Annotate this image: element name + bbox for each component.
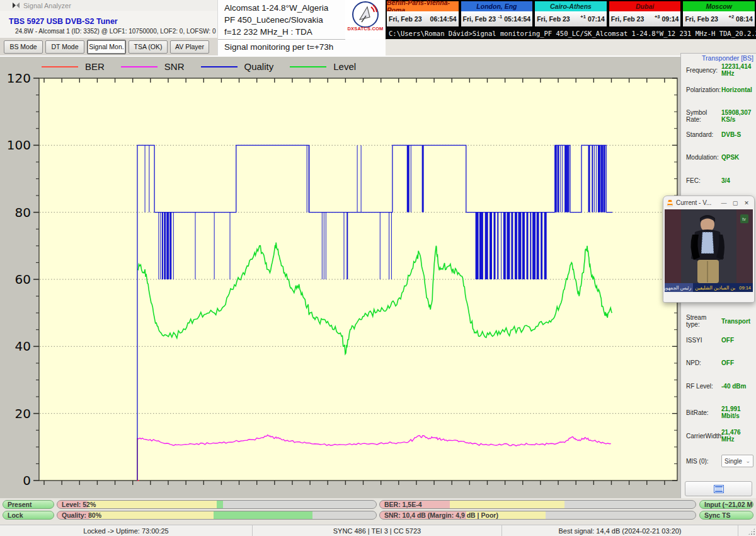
vlc-cone-icon	[667, 199, 673, 207]
vlc-titlebar[interactable]: Current - V... — ▢ ✕	[663, 196, 754, 209]
clock-city-label: London, Eng	[461, 1, 533, 11]
uptime-status: Locked -> Uptime: 73:00:25	[0, 525, 252, 536]
clock-utc-offset: +1	[580, 14, 586, 20]
signal-chart-panel: 020406080100120 BER SNR Quality Level	[0, 55, 680, 498]
field-value: 21,476 MHz	[721, 429, 755, 443]
field-label: NPD:	[686, 359, 721, 366]
minimize-icon[interactable]: —	[719, 200, 728, 206]
chevron-down-icon: ⌄	[745, 458, 750, 464]
tab-dt-mode[interactable]: DT Mode	[45, 40, 84, 54]
mis-row: MIS (0): Single⌄	[686, 455, 753, 467]
field-value: 21,991 Mbit/s	[721, 405, 755, 419]
ber-bar: BER: 1,5E-4	[379, 500, 696, 509]
clock-time: 07:14	[588, 15, 605, 23]
field-label: FEC:	[686, 177, 721, 184]
clock-dubai: Dubai Fri, Feb 23+309:14	[609, 1, 682, 27]
field-value: Transport	[721, 318, 750, 325]
ticker-white-text: رئيس الجمهورية السيد عبد المجيد تبون	[665, 283, 693, 292]
field-label: Frequency:	[686, 67, 721, 74]
transponder-field-row: Stream type:Transport	[686, 314, 755, 328]
field-label: ISSYI	[686, 337, 721, 344]
close-icon[interactable]: ✕	[742, 200, 751, 206]
quality-line-swatch	[201, 66, 238, 67]
resize-grip[interactable]	[738, 525, 756, 536]
mis-select[interactable]: Single⌄	[721, 455, 753, 467]
svg-text:20: 20	[15, 406, 31, 421]
field-value: -40 dBm	[721, 383, 746, 390]
header-spacer	[345, 39, 386, 55]
clock-time: 08:14	[736, 15, 753, 23]
quality-bar: Quality: 80%	[57, 511, 377, 520]
present-indicator: Present	[3, 500, 54, 509]
svg-text:0: 0	[23, 473, 31, 488]
transponder-field-row: ISSYIOFF	[686, 337, 755, 344]
clock-date: Fri, Feb 23	[389, 15, 428, 23]
status-bar: Locked -> Uptime: 73:00:25 SYNC 486 | TE…	[0, 525, 756, 536]
tuner-details: 24.8W - Alcomsat 1 (ID: 3352) @ LOF1: 10…	[15, 28, 215, 35]
svg-text:100: 100	[7, 137, 31, 153]
clock-time: 05:14:54	[504, 15, 530, 23]
video-news-ticker: 09:14 بن المبادين الشليفين رئيس الجمهوري…	[665, 283, 753, 292]
app-icon	[13, 2, 20, 9]
tab-bs-mode[interactable]: BS Mode	[4, 40, 43, 54]
transponder-field-row: Modulation:QPSK	[686, 154, 755, 161]
ticker-yellow-text: بن المبادين الشليفين	[693, 285, 737, 291]
clock-moscow: Moscow Fri, Feb 23+208:14	[682, 1, 755, 27]
field-label: Polarization:	[686, 86, 721, 93]
sidebar-tool-button[interactable]	[685, 481, 752, 496]
tab-bar: BS Mode DT Mode Signal Mon. TSA (OK) AV …	[0, 38, 217, 55]
logo-text: DXSATCS.COM	[345, 26, 386, 32]
clock-cairo: Cairo-Athens Fri, Feb 23+107:14	[534, 1, 607, 27]
transponder-field-row: Frequency:12231,414 MHz	[686, 63, 755, 77]
clock-berlin: Berlin-Paris-Vienna-Roma Fri, Feb 2306:1…	[386, 1, 459, 27]
site-name: PF 450_Lučenec/Slovakia	[218, 14, 345, 26]
field-label: Standard:	[686, 131, 721, 138]
video-still: tv	[665, 209, 753, 292]
vlc-video-frame[interactable]: tv 09:14 بن المبادين الشليفين رئيس الجمه…	[665, 209, 753, 292]
transponder-field-row: BitRate:21,991 Mbit/s	[686, 405, 755, 419]
transponder-field-row: FEC:3/4	[686, 177, 755, 184]
field-value: 15908,307 KS/s	[721, 109, 755, 123]
frequency-line: f=12 232 MHz_H : TDA	[218, 26, 345, 38]
field-label: Modulation:	[686, 154, 721, 161]
signal-indicator-bars: Present Level: 52% BER: 1,5E-4 Input (~2…	[0, 498, 756, 525]
ticker-time: 09:14	[737, 285, 753, 291]
clock-utc-offset: +3	[655, 14, 660, 20]
svg-text:80: 80	[15, 205, 31, 220]
maximize-icon[interactable]: ▢	[731, 200, 740, 206]
level-line-swatch	[290, 66, 326, 67]
legend-item-quality: Quality	[201, 61, 274, 72]
field-label: CarrierWidth:	[686, 433, 721, 440]
field-value: 3/4	[721, 177, 730, 184]
sync-ts-indicator: Sync TS	[699, 511, 753, 520]
world-clocks: Berlin-Paris-Vienna-Roma Fri, Feb 2306:1…	[386, 0, 756, 28]
console-path-line: C:\Users\Roman Dávid>Signal monitoring_P…	[386, 28, 756, 39]
clock-date: Fri, Feb 23	[611, 15, 655, 23]
clock-london: London, Eng Fri, Feb 23-105:14:54	[461, 1, 534, 27]
svg-text:tv: tv	[742, 217, 746, 221]
transponder-field-row: CarrierWidth:21,476 MHz	[686, 429, 755, 443]
clock-city-label: Dubai	[609, 1, 681, 11]
tab-av-player[interactable]: AV Player	[170, 40, 209, 54]
clock-date: Fri, Feb 23	[463, 15, 498, 23]
snr-bar: SNR: 10,4 dB (Margin: 4,9 dB | Poor)	[379, 511, 696, 520]
clock-city-label: Cairo-Athens	[535, 1, 607, 11]
field-value: Horizontal	[721, 86, 752, 93]
level-bar: Level: 52%	[57, 500, 377, 509]
transponder-field-row: NPD:OFF	[686, 359, 755, 366]
sidebar-title: Transponder [BS]	[702, 54, 753, 62]
satellite-name: Alcomsat 1-24.8°W_Algeria	[218, 0, 345, 14]
clock-date: Fri, Feb 23	[537, 15, 580, 23]
transponder-field-row: Standard:DVB-S	[686, 131, 755, 138]
field-label: Symbol Rate:	[686, 109, 721, 123]
chart-legend: BER SNR Quality Level	[42, 61, 372, 72]
vlc-player-window[interactable]: Current - V... — ▢ ✕ tv	[663, 195, 755, 303]
field-value: 12231,414 MHz	[721, 63, 755, 77]
field-value: DVB-S	[721, 131, 741, 138]
tab-signal-mon[interactable]: Signal Mon.	[87, 40, 126, 54]
input-indicator: Input (~21,02 Mbps)	[699, 500, 753, 509]
tab-tsa[interactable]: TSA (OK)	[129, 40, 168, 54]
app-title: Signal Analyzer	[23, 2, 71, 9]
clock-utc-offset: -1	[498, 14, 502, 20]
field-label: BitRate:	[686, 409, 721, 416]
